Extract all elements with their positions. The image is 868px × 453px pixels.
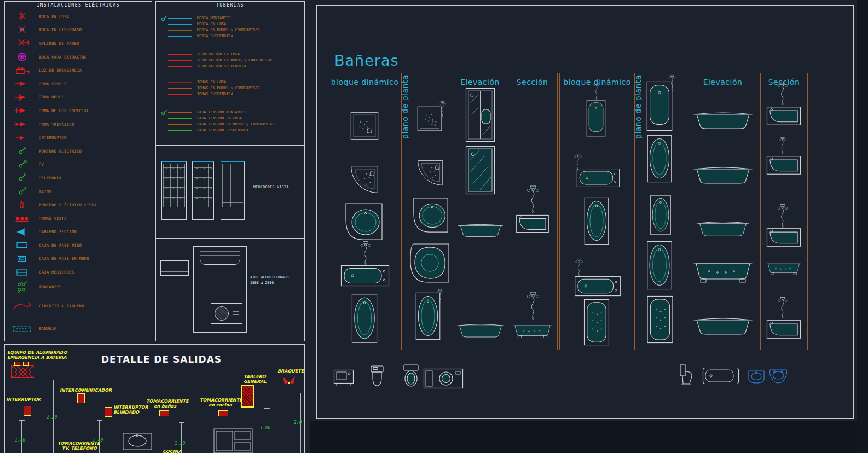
bathtub-plan-drawing <box>574 276 621 297</box>
legend-item: PORTERO ELÉCTRICO <box>5 144 152 158</box>
main-panel-drawing <box>241 385 254 408</box>
phone-outlet-icon <box>5 173 39 183</box>
pipe-line-swatch <box>168 60 192 61</box>
shower-tray-plan-drawing <box>350 112 379 140</box>
pipe-legend-item: ILUMINACIÓN SUSPENDIDA <box>160 63 302 69</box>
column-header-rotated: plano de planta <box>401 75 409 139</box>
faucet-drawing <box>776 297 789 318</box>
surface-sockets-icon <box>5 213 39 223</box>
column-header: Elevación <box>685 78 760 86</box>
wall-junction-box-icon <box>5 254 39 264</box>
switch-icon <box>5 133 39 143</box>
legend-item: CIRCUITO A TABLERO <box>5 295 152 317</box>
bathtub-section-drawing <box>515 214 550 233</box>
legend-item-label: TOMA DE USO ESPECIAL <box>39 108 89 113</box>
legend-item-label: LUZ DE EMERGENCIA <box>39 68 82 73</box>
electrical-legend-title: INSTALACIONES ELÉCTRICAS <box>5 2 152 9</box>
column-header: bloque dinámico <box>328 78 401 86</box>
pipe-legend-item: MEDIA EN MUROS y CONTRAPISOS <box>160 27 302 33</box>
electrical-legend-list: BOCA EN LOSA BOCA EN CIELORASO APLIQUE D… <box>5 10 152 340</box>
bathtub-elevation-drawing <box>456 321 505 340</box>
bathtub-plan-drawing <box>415 292 441 340</box>
bracket-light-drawing <box>282 375 296 385</box>
meter-cabinet-drawing <box>192 161 214 220</box>
corner-shower-plan-drawing <box>350 165 379 194</box>
dimension-value: 2.0 <box>294 420 302 425</box>
meters-dimension-line <box>161 228 245 228</box>
tv-phone-outlet-label: TOMACORRIENTE <box>57 441 100 446</box>
faucet-drawing <box>359 241 372 265</box>
ac-label: AIRE ACONDICIONADO 1500 a 2500 <box>250 275 288 286</box>
intercom-icon <box>5 146 39 156</box>
legend-item: CAJA DE PASE PISO <box>5 239 152 252</box>
baneras-panel: Bañeras bloque dinámico plano de planta <box>316 5 854 419</box>
bathtub-section-drawing <box>766 318 801 340</box>
meter-cabinets-section: MEDIDORES VISTA <box>156 145 304 239</box>
faucet-drawing <box>526 291 540 320</box>
column-header-rotated: plano de planta <box>634 75 643 139</box>
faucet-drawing <box>573 258 585 276</box>
bathtub-plan-drawing <box>645 81 674 131</box>
pipe-legend-item: BAJA TENSIÓN EN LOSA <box>160 115 302 121</box>
bathtub-plan-icon <box>702 367 739 385</box>
legend-item: TOMA SIMPLE <box>5 77 152 91</box>
washbasin-cabinet-icon <box>333 369 354 387</box>
emergency-lamp-icon <box>23 362 29 366</box>
meter-grid <box>163 164 185 207</box>
canvas-margin-right <box>857 0 868 453</box>
bathtub-plan-drawing <box>582 100 610 137</box>
legend-item: MONTANTES <box>5 279 152 295</box>
dimension-value: 1.20 <box>175 441 185 446</box>
data-outlet-icon <box>5 187 39 196</box>
legend-item: BOCA PARA EXTRACTOR <box>5 50 152 64</box>
bracket-label: BRAQUETE <box>277 369 304 374</box>
bathtub-elevation-drawing <box>693 315 753 337</box>
legend-item-label: PORTERO ELÉCTRICO VISTA <box>39 202 97 207</box>
baneras-table-right: bloque dinámico plano de planta <box>559 73 808 350</box>
legend-item: TOMA DOBLE <box>5 91 152 104</box>
dimension-line <box>267 408 267 453</box>
baneras-table-left: bloque dinámico plano de planta <box>328 73 558 350</box>
bathtub-plan-drawing <box>351 293 378 344</box>
electrical-legend-panel: INSTALACIONES ELÉCTRICAS BOCA EN LOSA BO… <box>4 1 152 341</box>
pipes-legend-title: TUBERÍAS <box>156 2 304 9</box>
legend-item-label: TOMA TRIFÁSICO <box>39 122 74 127</box>
legend-item-label: TOMAS VISTA <box>39 216 67 221</box>
intercom-surface-icon <box>5 200 39 210</box>
column-bloque-dinamico: bloque dinámico <box>328 73 402 350</box>
pipe-legend-label: MEDIA MONTANTES <box>197 16 230 20</box>
kitchen-outlet-drawing <box>218 410 228 416</box>
extractor-outlet-icon <box>5 52 39 62</box>
three-phase-socket-icon <box>5 119 39 129</box>
ac-label-line2: 1500 a 2500 <box>250 280 288 286</box>
legend-item: TOMAS VISTA <box>5 212 152 225</box>
bathtub-section-drawing <box>766 255 801 282</box>
baneras-tables: bloque dinámico plano de planta <box>328 73 808 350</box>
dimension-line <box>99 420 100 453</box>
legend-item: TABLERO SECCIÓN <box>5 225 152 239</box>
legend-item-label: TOMA DOBLE <box>39 95 64 100</box>
bathtub-elevation-drawing <box>693 220 753 237</box>
meters-label: MEDIDORES VISTA <box>253 185 289 189</box>
corner-bathtub-plan-drawing <box>345 202 383 241</box>
pipe-line-swatch <box>168 30 192 31</box>
legend-item-label: BOCA PARA EXTRACTOR <box>39 55 86 60</box>
single-socket-icon <box>5 79 39 89</box>
legend-item-label: TABLERO SECCIÓN <box>39 229 77 234</box>
washbasin-plan-icon <box>768 368 789 385</box>
corner-shower-plan-drawing <box>417 160 443 186</box>
meter-grid <box>194 164 212 207</box>
column-header: Elevación <box>453 78 507 86</box>
legend-item: APLIQUE DE PARED <box>5 37 152 50</box>
faucet-drawing <box>438 101 448 117</box>
pipe-line-swatch <box>168 36 192 37</box>
air-conditioning-section: AIRE ACONDICIONADO 1500 a 2500 <box>156 238 304 342</box>
legend-item-label: CAJA MEDIDORES <box>39 270 74 275</box>
ac-label-line1: AIRE ACONDICIONADO <box>250 275 288 280</box>
kitchen-cabinet-drawing <box>213 428 253 453</box>
legend-item-label: BANDEJA <box>39 326 56 331</box>
intercom-label: INTERCOMUNICADOR <box>60 388 112 393</box>
pipe-legend-item: MEDIA MONTANTES <box>160 15 302 21</box>
meter-grid <box>222 164 243 207</box>
legend-item-label: TELEFONÍA <box>39 176 61 181</box>
